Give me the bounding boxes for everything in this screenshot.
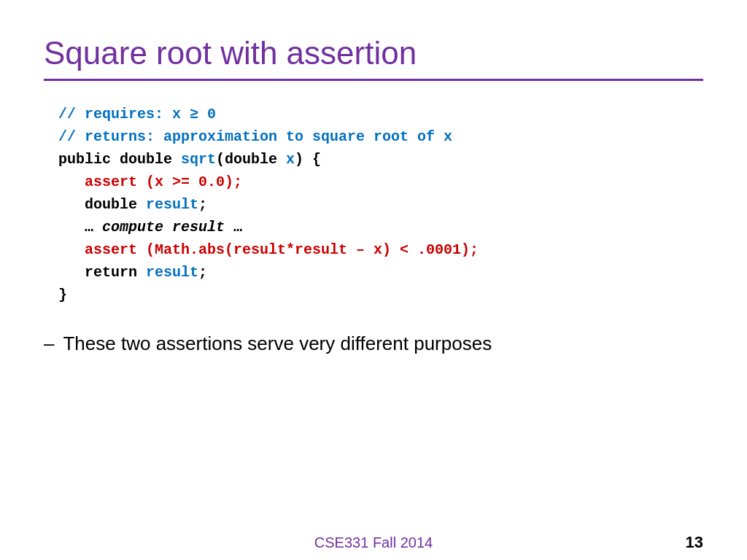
code-ellipsis-line: … compute result … (85, 216, 703, 238)
code-semicolon1: ; (198, 196, 207, 213)
code-assert2: assert (Math.abs(result*result – x) < .0… (85, 241, 479, 258)
bullet-section: – These two assertions serve very differ… (44, 332, 703, 355)
title-underline (44, 79, 703, 81)
code-result-var: result (146, 196, 198, 213)
code-brace-open: ) { (295, 151, 321, 168)
code-return-kw: return (85, 264, 146, 281)
footer-course: CSE331 Fall 2014 (314, 534, 433, 551)
code-assert1: assert (x >= 0.0); (85, 174, 242, 190)
code-assert2-line: assert (Math.abs(result*result – x) < .0… (85, 238, 703, 261)
code-sqrt: sqrt (181, 151, 216, 168)
code-compute-result: compute result (93, 219, 233, 236)
slide: Square root with assertion // requires: … (0, 0, 747, 560)
code-comment2: // returns: approximation to square root… (58, 125, 703, 148)
code-double-result-line: double result; (85, 193, 703, 216)
bullet-text: These two assertions serve very differen… (63, 332, 492, 355)
code-semicolon2: ; (198, 264, 207, 281)
bullet-dash: – (44, 332, 54, 355)
code-double-param: (double (216, 151, 286, 168)
code-closing-brace: } (58, 284, 703, 306)
code-comment1: // requires: x ≥ 0 (58, 103, 703, 125)
code-ellipsis2: … (233, 219, 242, 236)
code-line3: public double sqrt(double x) { (58, 148, 703, 171)
code-block: // requires: x ≥ 0 // returns: approxima… (58, 103, 703, 306)
code-ellipsis1: … (85, 219, 93, 236)
code-x-param: x (286, 151, 295, 168)
code-public-double: public double (58, 151, 181, 168)
code-return-line: return result; (85, 261, 703, 284)
footer-page: 13 (686, 533, 703, 552)
code-assert1-line: assert (x >= 0.0); (85, 171, 703, 193)
code-return-result: result (146, 264, 198, 281)
slide-title: Square root with assertion (44, 35, 703, 71)
code-double-kw: double (85, 196, 146, 213)
